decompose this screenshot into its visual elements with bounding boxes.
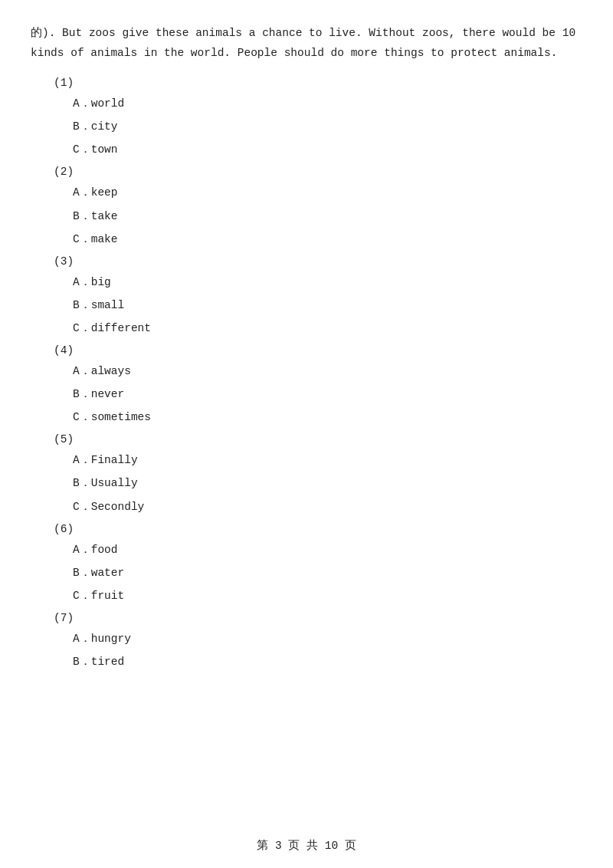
option-q2-3[interactable]: C．make <box>73 229 582 249</box>
question-block-1: (1)A．worldB．cityC．town <box>31 77 582 159</box>
question-number-4: (4) <box>54 344 582 357</box>
intro-paragraph: 的). But zoos give these animals a chance… <box>31 23 582 63</box>
questions-container: (1)A．worldB．cityC．town(2)A．keepB．takeC．m… <box>31 77 582 672</box>
option-q6-3[interactable]: C．fruit <box>73 586 582 606</box>
option-q5-3[interactable]: C．Secondly <box>73 497 582 517</box>
question-block-7: (7)A．hungryB．tired <box>31 612 582 672</box>
question-number-6: (6) <box>54 523 582 535</box>
question-block-3: (3)A．bigB．smallC．different <box>31 255 582 338</box>
option-q7-1[interactable]: A．hungry <box>73 629 582 649</box>
option-q1-3[interactable]: C．town <box>73 140 582 159</box>
question-number-7: (7) <box>54 612 582 624</box>
option-q4-1[interactable]: A．always <box>73 361 582 381</box>
option-q1-1[interactable]: A．world <box>73 94 582 113</box>
question-block-2: (2)A．keepB．takeC．make <box>31 166 582 248</box>
question-number-1: (1) <box>54 77 582 89</box>
option-q3-1[interactable]: A．big <box>73 272 582 292</box>
page-footer: 第 3 页 共 10 页 <box>0 838 613 853</box>
option-q4-2[interactable]: B．never <box>73 384 582 404</box>
question-block-5: (5)A．FinallyB．UsuallyC．Secondly <box>31 433 582 516</box>
option-q5-1[interactable]: A．Finally <box>73 450 582 470</box>
option-q5-2[interactable]: B．Usually <box>73 473 582 493</box>
option-q3-3[interactable]: C．different <box>73 318 582 338</box>
option-q6-1[interactable]: A．food <box>73 540 582 560</box>
option-q4-3[interactable]: C．sometimes <box>73 407 582 427</box>
option-q1-2[interactable]: B．city <box>73 117 582 136</box>
question-block-4: (4)A．alwaysB．neverC．sometimes <box>31 344 582 427</box>
question-number-3: (3) <box>54 255 582 268</box>
option-q2-2[interactable]: B．take <box>73 206 582 226</box>
option-q2-1[interactable]: A．keep <box>73 182 582 202</box>
option-q7-2[interactable]: B．tired <box>73 652 582 672</box>
question-block-6: (6)A．foodB．waterC．fruit <box>31 523 582 606</box>
option-q3-2[interactable]: B．small <box>73 295 582 315</box>
question-number-2: (2) <box>54 166 582 178</box>
question-number-5: (5) <box>54 433 582 446</box>
option-q6-2[interactable]: B．water <box>73 563 582 583</box>
